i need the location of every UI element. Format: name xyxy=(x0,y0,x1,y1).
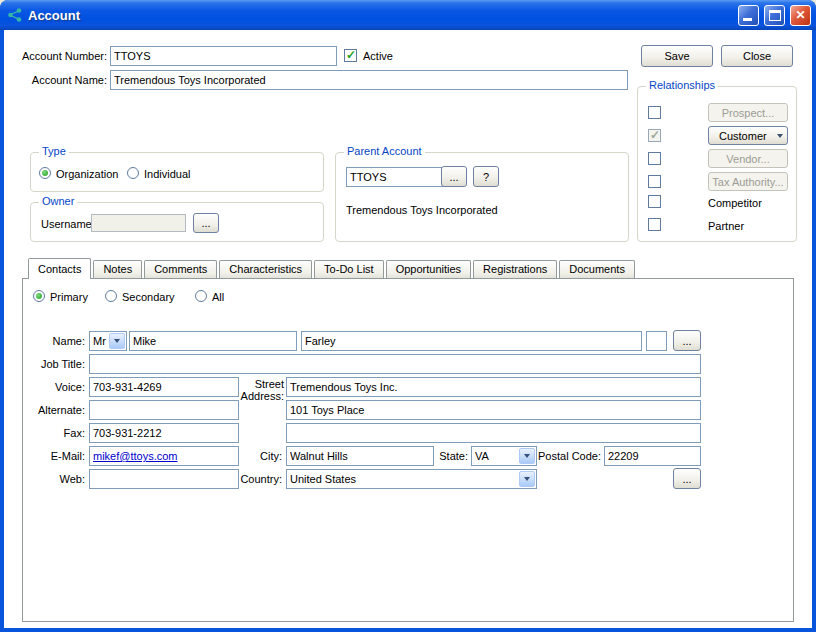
state-label: State: xyxy=(435,450,468,462)
minimize-button[interactable] xyxy=(738,5,759,26)
email-input[interactable]: mikef@ttoys.com xyxy=(89,446,239,466)
primary-radio[interactable] xyxy=(33,290,45,302)
competitor-checkbox[interactable] xyxy=(648,195,661,208)
customer-button[interactable]: Customer xyxy=(708,126,788,145)
tax-authority-button: Tax Authority... xyxy=(708,172,788,191)
minimize-icon xyxy=(743,18,752,21)
honorific-select[interactable]: Mr xyxy=(89,331,127,351)
tab-contacts[interactable]: Contacts xyxy=(28,258,91,279)
type-title: Type xyxy=(39,145,69,157)
owner-group: Owner Username: ... xyxy=(30,202,324,242)
web-label: Web: xyxy=(23,473,85,485)
titlebar: Account ✕ xyxy=(0,0,816,30)
tax-authority-checkbox[interactable] xyxy=(648,175,661,188)
address-browse-button[interactable]: ... xyxy=(673,468,701,489)
competitor-label: Competitor xyxy=(708,197,762,209)
owner-title: Owner xyxy=(39,195,77,207)
postal-code-input[interactable] xyxy=(604,446,701,466)
organization-label: Organization xyxy=(56,168,118,180)
customer-button-label: Customer xyxy=(719,130,767,142)
save-button[interactable]: Save xyxy=(641,45,713,67)
combo-button xyxy=(109,333,125,349)
city-label: City: xyxy=(238,450,282,462)
city-input[interactable] xyxy=(286,446,434,466)
vendor-checkbox[interactable] xyxy=(648,152,661,165)
suffix-input[interactable] xyxy=(646,331,667,351)
window-title: Account xyxy=(28,8,733,23)
tab-todo-list[interactable]: To-Do List xyxy=(314,260,384,278)
first-name-input[interactable] xyxy=(129,331,297,351)
organization-radio[interactable] xyxy=(39,167,51,179)
close-icon: ✕ xyxy=(795,9,805,21)
country-label: Country: xyxy=(233,473,282,485)
account-name-label: Account Name: xyxy=(14,74,107,86)
address-line2-input[interactable] xyxy=(286,400,701,420)
contacts-panel: Primary Secondary All Name: Mr ... Job T… xyxy=(22,278,794,622)
prospect-checkbox[interactable] xyxy=(648,106,661,119)
parent-account-browse-button[interactable]: ... xyxy=(441,166,467,187)
country-select[interactable]: United States xyxy=(286,469,537,489)
secondary-label: Secondary xyxy=(122,291,175,303)
tab-registrations[interactable]: Registrations xyxy=(473,260,557,278)
alternate-input[interactable] xyxy=(89,400,239,420)
vendor-button: Vendor... xyxy=(708,149,788,168)
relationships-title: Relationships xyxy=(646,79,718,91)
tabbar: Contacts Notes Comments Characteristics … xyxy=(28,257,637,278)
voice-label: Voice: xyxy=(23,381,85,393)
street-address-label-line1: Street xyxy=(255,378,284,390)
web-input[interactable] xyxy=(89,469,239,489)
alternate-label: Alternate: xyxy=(23,404,85,416)
combo-button xyxy=(519,448,535,464)
window-close-button[interactable]: ✕ xyxy=(790,5,811,26)
state-select[interactable]: VA xyxy=(471,446,537,466)
close-action-button[interactable]: Close xyxy=(721,45,793,67)
fax-input[interactable] xyxy=(89,423,239,443)
owner-browse-button[interactable]: ... xyxy=(193,213,219,233)
active-checkbox[interactable] xyxy=(344,49,357,62)
chevron-down-icon xyxy=(114,339,120,343)
combo-button xyxy=(519,471,535,487)
email-label: E-Mail: xyxy=(23,450,85,462)
partner-label: Partner xyxy=(708,220,744,232)
window-content: Account Number: Active Save Close Accoun… xyxy=(4,30,812,628)
individual-label: Individual xyxy=(144,168,190,180)
secondary-radio[interactable] xyxy=(105,290,117,302)
tab-documents[interactable]: Documents xyxy=(559,260,635,278)
partner-checkbox[interactable] xyxy=(648,218,661,231)
fax-label: Fax: xyxy=(23,427,85,439)
maximize-icon xyxy=(769,10,781,21)
type-group: Type Organization Individual xyxy=(30,152,324,192)
address-line1-input[interactable] xyxy=(286,377,701,397)
all-radio[interactable] xyxy=(195,290,207,302)
parent-account-input[interactable] xyxy=(346,167,446,187)
voice-input[interactable] xyxy=(89,377,239,397)
primary-label: Primary xyxy=(50,291,88,303)
tab-comments[interactable]: Comments xyxy=(144,260,217,278)
tab-characteristics[interactable]: Characteristics xyxy=(219,260,312,278)
contact-browse-button[interactable]: ... xyxy=(673,330,701,351)
parent-account-title: Parent Account xyxy=(344,145,425,157)
maximize-button[interactable] xyxy=(764,5,785,26)
tab-notes[interactable]: Notes xyxy=(93,260,142,278)
tab-opportunities[interactable]: Opportunities xyxy=(386,260,471,278)
address-line3-input[interactable] xyxy=(286,423,701,443)
parent-account-group: Parent Account ... ? Tremendous Toys Inc… xyxy=(335,152,629,242)
chevron-down-icon xyxy=(777,134,783,138)
account-name-input[interactable] xyxy=(110,70,628,90)
name-label: Name: xyxy=(23,335,85,347)
email-link[interactable]: mikef@ttoys.com xyxy=(93,450,178,462)
account-window: Account ✕ Account Number: Active Save Cl… xyxy=(0,0,816,632)
parent-account-help-button[interactable]: ? xyxy=(473,166,499,187)
relationships-group: Relationships Prospect... Customer Vendo… xyxy=(637,86,797,242)
honorific-value: Mr xyxy=(90,335,108,347)
account-number-input[interactable] xyxy=(110,46,337,66)
street-address-label: Street Address: xyxy=(218,378,284,402)
customer-checkbox xyxy=(648,129,661,142)
state-value: VA xyxy=(472,450,518,462)
all-label: All xyxy=(212,291,224,303)
individual-radio[interactable] xyxy=(127,167,139,179)
account-number-label: Account Number: xyxy=(14,50,107,62)
job-title-input[interactable] xyxy=(89,354,701,374)
last-name-input[interactable] xyxy=(301,331,642,351)
username-label: Username: xyxy=(41,218,95,230)
